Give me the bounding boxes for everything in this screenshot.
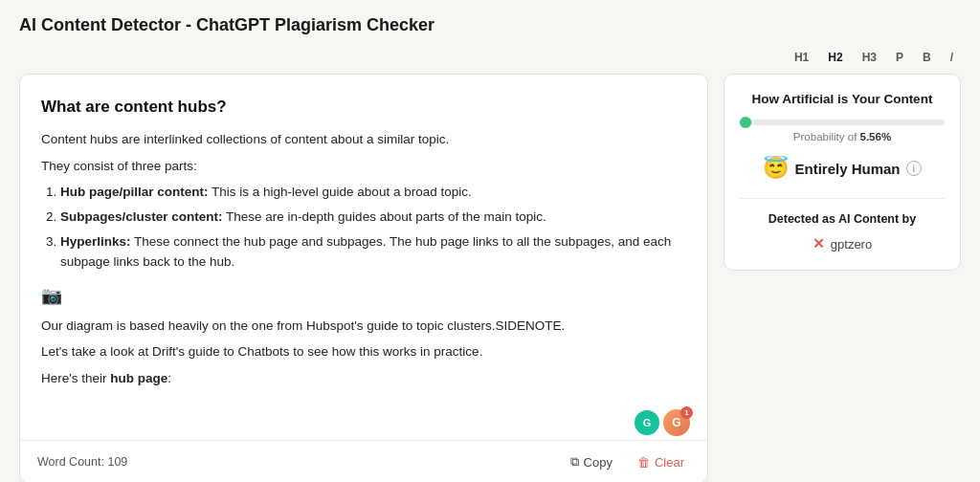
content-para2: They consist of three parts: bbox=[41, 156, 686, 177]
grammarly-icon-2: G 1 bbox=[663, 409, 690, 436]
editor-footer: Word Count: 109 ⧉ Copy 🗑 Clear bbox=[20, 440, 707, 482]
list-item-1-bold: Hub page/pillar content: bbox=[60, 185, 209, 199]
editor-icons-row: G G 1 bbox=[20, 404, 707, 440]
list-item-2-text: These are in-depth guides about parts of… bbox=[223, 209, 546, 224]
content-para4: Let's take a look at Drift's guide to Ch… bbox=[41, 341, 686, 362]
formatting-toolbar: H1 H2 H3 P B / bbox=[19, 49, 961, 66]
toolbar-h1[interactable]: H1 bbox=[791, 49, 813, 66]
list-item-3: Hyperlinks: These connect the hub page a… bbox=[60, 231, 686, 273]
content-para1: Content hubs are interlinked collections… bbox=[41, 129, 686, 150]
verdict-emoji: 😇 bbox=[763, 156, 789, 181]
app-title: AI Content Detector - ChatGPT Plagiarism… bbox=[19, 15, 961, 35]
content-heading: What are content hubs? bbox=[41, 94, 686, 120]
footer-actions: ⧉ Copy 🗑 Clear bbox=[565, 450, 690, 473]
clear-label: Clear bbox=[655, 455, 684, 470]
grammarly-badge: 1 bbox=[680, 406, 693, 419]
editor-content[interactable]: What are content hubs? Content hubs are … bbox=[20, 75, 707, 404]
word-count-value: 109 bbox=[107, 455, 127, 469]
copy-icon: ⧉ bbox=[570, 454, 579, 470]
toolbar-p[interactable]: P bbox=[892, 49, 907, 66]
grammarly-icon: G bbox=[635, 410, 659, 435]
verdict-label: Entirely Human bbox=[794, 161, 900, 177]
x-icon: ✕ bbox=[813, 235, 825, 252]
list-item-1: Hub page/pillar content: This is a high-… bbox=[60, 182, 686, 203]
list-item-3-bold: Hyperlinks: bbox=[60, 234, 131, 249]
word-count-label: Word Count: bbox=[37, 455, 104, 469]
sidebar-panel: How Artificial is Your Content Probabili… bbox=[724, 74, 961, 271]
trash-icon: 🗑 bbox=[637, 455, 650, 470]
probability-text: Probability of 5.56% bbox=[740, 131, 945, 142]
content-para5: Here's their hub page: bbox=[41, 368, 686, 389]
detector-name: gptzero bbox=[831, 237, 872, 252]
detector-item: ✕ gptzero bbox=[740, 235, 945, 252]
list-item-3-text: These connect the hub page and subpages.… bbox=[60, 234, 671, 270]
hub-page-bold: hub page bbox=[110, 371, 167, 385]
word-count: Word Count: 109 bbox=[37, 455, 127, 469]
content-para3: Our diagram is based heavily on the one … bbox=[41, 316, 686, 337]
probability-label: Probability of bbox=[793, 131, 857, 142]
editor-panel: What are content hubs? Content hubs are … bbox=[19, 74, 708, 482]
toolbar-b[interactable]: B bbox=[919, 49, 935, 66]
divider bbox=[740, 198, 945, 199]
info-icon[interactable]: i bbox=[906, 161, 922, 176]
detected-title: Detected as AI Content by bbox=[740, 212, 945, 226]
progress-bar bbox=[740, 120, 945, 125]
toolbar-slash[interactable]: / bbox=[947, 49, 957, 66]
main-layout: What are content hubs? Content hubs are … bbox=[19, 74, 961, 482]
list-item-2: Subpages/cluster content: These are in-d… bbox=[60, 207, 686, 228]
progress-dot bbox=[740, 117, 751, 128]
content-list: Hub page/pillar content: This is a high-… bbox=[60, 182, 686, 272]
copy-label: Copy bbox=[584, 455, 612, 470]
verdict: 😇 Entirely Human i bbox=[740, 156, 945, 181]
list-item-1-text: This is a high-level guide about a broad… bbox=[209, 185, 472, 199]
list-item-2-bold: Subpages/cluster content: bbox=[60, 209, 223, 224]
sidebar-title: How Artificial is Your Content bbox=[740, 92, 945, 106]
copy-button[interactable]: ⧉ Copy bbox=[565, 450, 618, 473]
camera-icon: 📷 bbox=[41, 282, 686, 310]
toolbar-h2[interactable]: H2 bbox=[824, 49, 846, 66]
probability-value: 5.56% bbox=[860, 131, 892, 142]
toolbar-h3[interactable]: H3 bbox=[858, 49, 880, 66]
clear-button[interactable]: 🗑 Clear bbox=[632, 451, 690, 473]
